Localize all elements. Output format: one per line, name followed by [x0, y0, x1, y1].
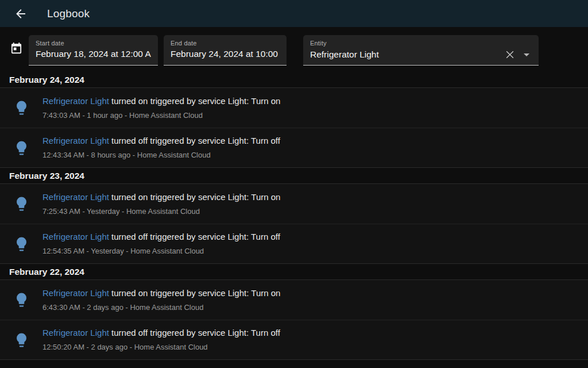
entry-line: Refrigerator Light turned on triggered b… — [42, 192, 588, 202]
start-date-field[interactable]: Start date February 18, 2024 at 12:00 AM — [29, 35, 158, 66]
entry-action-text: turned on triggered by service Light: Tu… — [109, 192, 281, 202]
log-entry[interactable]: Refrigerator Light turned off triggered … — [0, 224, 588, 263]
entry-entity-link[interactable]: Refrigerator Light — [42, 328, 109, 338]
entry-meta: 7:43:03 AM - 1 hour ago - Home Assistant… — [42, 111, 588, 120]
entry-line: Refrigerator Light turned on triggered b… — [42, 96, 588, 106]
lightbulb-icon — [13, 99, 30, 116]
entry-action-text: turned off triggered by service Light: T… — [109, 328, 280, 338]
start-date-label: Start date — [36, 40, 151, 47]
entry-action-text: turned off triggered by service Light: T… — [109, 232, 280, 241]
entity-value: Refrigerator Light — [310, 49, 504, 60]
date-header: February 22, 2024 — [0, 264, 588, 280]
filter-bar: Start date February 18, 2024 at 12:00 AM… — [0, 27, 588, 72]
entity-field[interactable]: Entity Refrigerator Light — [303, 35, 539, 66]
lightbulb-icon — [13, 236, 30, 252]
entry-list: Refrigerator Light turned on triggered b… — [0, 88, 588, 168]
end-date-field[interactable]: End date February 24, 2024 at 10:00 AM — [164, 35, 287, 66]
entry-entity-link[interactable]: Refrigerator Light — [42, 232, 109, 241]
lightbulb-icon — [13, 140, 30, 156]
entry-line: Refrigerator Light turned off triggered … — [42, 232, 588, 242]
date-header: February 23, 2024 — [0, 168, 588, 184]
entry-list: Refrigerator Light turned on triggered b… — [0, 280, 588, 360]
date-section: February 24, 2024 Refrigerator Light tur… — [0, 72, 588, 168]
log-entry[interactable]: Refrigerator Light turned on triggered b… — [0, 280, 588, 320]
entry-action-text: turned off triggered by service Light: T… — [109, 136, 280, 145]
logbook-list: February 24, 2024 Refrigerator Light tur… — [0, 72, 588, 360]
calendar-icon — [10, 42, 23, 55]
back-button[interactable] — [14, 7, 28, 21]
entry-action-text: turned on triggered by service Light: Tu… — [109, 288, 281, 298]
lightbulb-icon — [13, 292, 30, 308]
entry-meta: 7:25:43 AM - Yesterday - Home Assistant … — [42, 207, 588, 216]
entry-line: Refrigerator Light turned off triggered … — [42, 136, 588, 146]
entry-entity-link[interactable]: Refrigerator Light — [42, 96, 109, 106]
end-date-value: February 24, 2024 at 10:00 AM — [171, 49, 280, 59]
entry-entity-link[interactable]: Refrigerator Light — [42, 192, 109, 202]
lightbulb-icon — [13, 195, 30, 212]
entry-meta: 12:50:20 AM - 2 days ago - Home Assistan… — [42, 343, 588, 352]
entry-list: Refrigerator Light turned on triggered b… — [0, 184, 588, 264]
lightbulb-icon — [13, 332, 30, 348]
log-entry[interactable]: Refrigerator Light turned on triggered b… — [0, 184, 588, 224]
log-entry[interactable]: Refrigerator Light turned off triggered … — [0, 128, 588, 167]
entity-dropdown-button[interactable] — [523, 51, 531, 59]
log-entry[interactable]: Refrigerator Light turned on triggered b… — [0, 88, 588, 128]
entry-meta: 12:43:34 AM - 8 hours ago - Home Assista… — [42, 151, 588, 160]
entry-action-text: turned on triggered by service Light: Tu… — [109, 96, 281, 106]
log-entry[interactable]: Refrigerator Light turned off triggered … — [0, 320, 588, 359]
end-date-label: End date — [171, 40, 280, 47]
date-section: February 23, 2024 Refrigerator Light tur… — [0, 168, 588, 264]
app-bar: Logbook — [0, 0, 588, 27]
close-icon — [504, 49, 516, 60]
date-section: February 22, 2024 Refrigerator Light tur… — [0, 264, 588, 360]
caret-down-icon — [524, 53, 529, 56]
entry-meta: 12:54:35 AM - Yesterday - Home Assistant… — [42, 247, 588, 256]
page-title: Logbook — [47, 7, 90, 20]
arrow-left-icon — [14, 7, 28, 21]
start-date-value: February 18, 2024 at 12:00 AM — [36, 49, 151, 59]
entry-meta: 6:43:30 AM - 2 days ago - Home Assistant… — [42, 303, 588, 312]
date-header: February 24, 2024 — [0, 72, 588, 88]
entity-clear-button[interactable] — [504, 49, 516, 60]
entry-entity-link[interactable]: Refrigerator Light — [42, 288, 109, 298]
entry-line: Refrigerator Light turned off triggered … — [42, 328, 588, 338]
entry-entity-link[interactable]: Refrigerator Light — [42, 136, 109, 145]
entity-label: Entity — [310, 40, 533, 47]
entry-line: Refrigerator Light turned on triggered b… — [42, 288, 588, 298]
